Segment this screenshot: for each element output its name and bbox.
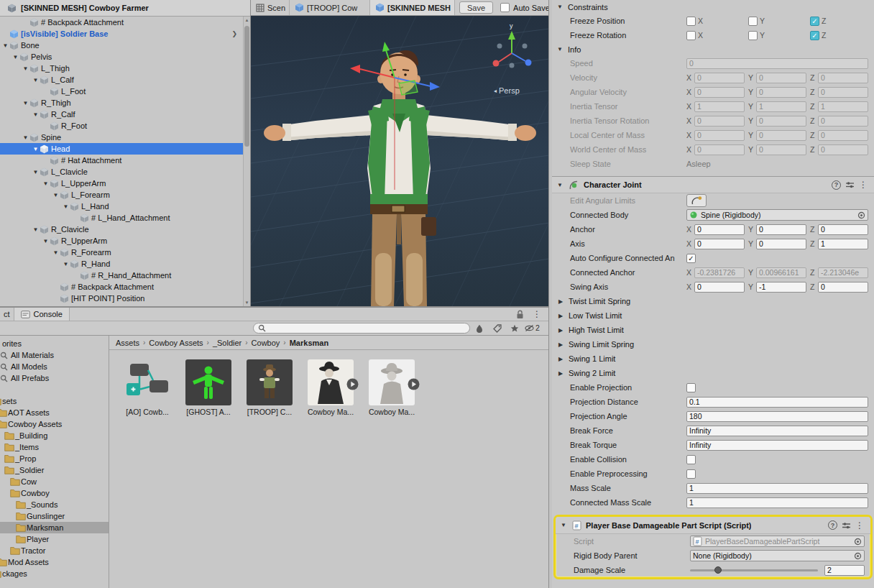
hierarchy-item-l-thigh[interactable]: ▼L_Thigh bbox=[0, 63, 243, 74]
slider-handle[interactable] bbox=[714, 566, 722, 574]
hierarchy-item-r-calf[interactable]: ▼R_Calf bbox=[0, 109, 243, 120]
value-field[interactable]: -1 bbox=[756, 282, 806, 293]
foldout-twist-limit-spring[interactable]: ▶Twist Limit Spring bbox=[552, 294, 874, 308]
hierarchy-scrollbar[interactable]: ▲ ▼ bbox=[243, 17, 250, 306]
foldout-icon[interactable]: ▼ bbox=[32, 77, 40, 83]
breadcrumb-item[interactable]: Cowboy Assets bbox=[149, 339, 203, 347]
foldout-icon[interactable]: ▼ bbox=[62, 261, 70, 267]
breadcrumb-item[interactable]: Assets bbox=[116, 339, 139, 347]
folder-item-items[interactable]: _Items bbox=[0, 441, 109, 453]
asset-item-4[interactable]: Cowboy Ma... bbox=[367, 359, 417, 416]
rigid-body-parent-object-field[interactable]: None (Rigidbody) bbox=[690, 550, 865, 561]
hierarchy-item-r-upperarm[interactable]: ▼R_UpperArm bbox=[0, 235, 243, 247]
edit-angular-limits-button[interactable] bbox=[686, 194, 707, 207]
search-input[interactable] bbox=[269, 324, 465, 333]
foldout-icon[interactable]: ▼ bbox=[32, 146, 40, 152]
folder-item-gunslinger[interactable]: Gunslinger bbox=[0, 510, 109, 522]
help-icon[interactable]: ? bbox=[832, 180, 841, 190]
favorites-icon[interactable] bbox=[510, 324, 519, 333]
value-field[interactable]: 0 bbox=[694, 282, 745, 293]
foldout-icon[interactable]: ▼ bbox=[22, 100, 29, 106]
freeze-y-checkbox[interactable] bbox=[748, 17, 758, 26]
presets-icon[interactable] bbox=[845, 180, 855, 189]
damage-scale-slider[interactable] bbox=[690, 569, 818, 571]
value-field[interactable]: Infinity bbox=[686, 426, 868, 436]
hierarchy-item-l-forearm[interactable]: ▼L_Forearm bbox=[0, 189, 243, 201]
breadcrumb-item[interactable]: _Soldier bbox=[213, 339, 242, 347]
foldout-icon[interactable]: ▼ bbox=[52, 192, 60, 198]
hierarchy-item-r-foot[interactable]: R_Foot bbox=[0, 120, 243, 132]
hierarchy-item-pelvis[interactable]: ▼Pelvis bbox=[0, 51, 243, 63]
hierarchy-item-l-hand-attachment[interactable]: # L_Hand_Attachment bbox=[0, 212, 243, 224]
asset-item-1[interactable]: [GHOST] A... bbox=[183, 359, 234, 416]
value-field[interactable]: 0 bbox=[694, 239, 745, 249]
kebab-menu-icon[interactable]: ⋮ bbox=[859, 180, 868, 190]
hierarchy-item-head[interactable]: ▼Head bbox=[0, 143, 243, 155]
hierarchy-item-hit-point-position[interactable]: [HIT POINT] Position bbox=[0, 293, 243, 304]
foldout-icon[interactable]: ▼ bbox=[22, 65, 29, 72]
asset-item-0[interactable]: [AO] Cowb... bbox=[122, 359, 172, 416]
breadcrumb-item[interactable]: Marksman bbox=[290, 339, 328, 347]
folder-item-ckages[interactable]: ckages bbox=[0, 568, 109, 579]
foldout-icon[interactable]: ▼ bbox=[52, 249, 60, 256]
hierarchy-item-backpack-attachment[interactable]: # Backpack Attachment bbox=[0, 17, 243, 28]
help-icon[interactable]: ? bbox=[828, 520, 837, 530]
hierarchy-item-r-hand[interactable]: ▼R_Hand bbox=[0, 258, 243, 270]
scroll-up-icon[interactable]: ▲ bbox=[244, 18, 250, 22]
foldout-icon[interactable]: ▼ bbox=[1, 42, 9, 49]
script-component-header[interactable]: ▼ # Player Base Damageable Part Script (… bbox=[556, 517, 870, 534]
folder-item-cow[interactable]: Cow bbox=[0, 476, 109, 487]
folder-item-mod-assets[interactable]: Mod Assets bbox=[0, 556, 109, 568]
hierarchy-item-isvisible-soldier-base[interactable]: [isVisible] Soldier Base❯ bbox=[0, 28, 243, 40]
preview-play-button[interactable] bbox=[408, 378, 420, 390]
foldout-low-twist-limit[interactable]: ▶Low Twist Limit bbox=[552, 308, 874, 323]
enable-projection-checkbox[interactable] bbox=[686, 383, 696, 392]
value-field[interactable]: 1 bbox=[686, 497, 868, 508]
foldout-icon[interactable]: ▼ bbox=[32, 169, 40, 175]
search-field[interactable] bbox=[253, 323, 470, 334]
script-object-field[interactable]: #PlayerBaseDamageablePartScript bbox=[690, 536, 865, 547]
folder-item-prop[interactable]: _Prop bbox=[0, 453, 109, 464]
lock-icon[interactable] bbox=[516, 310, 524, 319]
hidden-objects-toggle[interactable]: 2 bbox=[525, 323, 540, 332]
tab-console[interactable]: Console bbox=[14, 308, 70, 321]
hierarchy-item-l-foot[interactable]: L_Foot bbox=[0, 86, 243, 97]
save-button[interactable]: Save bbox=[459, 1, 493, 14]
hierarchy-item-r-forearm[interactable]: ▼R_Forearm bbox=[0, 247, 243, 258]
preview-play-button[interactable] bbox=[346, 378, 359, 390]
folder-item-sounds[interactable]: _Sounds bbox=[0, 499, 109, 510]
folder-item-sets[interactable]: sets bbox=[0, 395, 109, 407]
label-icon[interactable] bbox=[493, 324, 502, 333]
folder-item-orites[interactable]: orites bbox=[0, 338, 109, 349]
asset-item-2[interactable]: [TROOP] C... bbox=[244, 359, 295, 416]
value-field[interactable]: 1 bbox=[686, 483, 868, 494]
hierarchy-item-r-thigh[interactable]: ▼R_Thigh bbox=[0, 97, 243, 109]
filter-icon[interactable] bbox=[476, 324, 483, 333]
freeze-x-checkbox[interactable] bbox=[686, 17, 696, 26]
value-field[interactable]: 1 bbox=[818, 239, 868, 249]
tab-skinned-mesh-prefab[interactable]: [SKINNED MESH bbox=[370, 0, 455, 15]
folder-item-all-models[interactable]: All Models bbox=[0, 361, 109, 372]
hierarchy-item-hat-attachment[interactable]: # Hat Attachment bbox=[0, 155, 243, 166]
enable-collision-checkbox[interactable] bbox=[686, 455, 696, 464]
connected-body-object-field[interactable]: Spine (Rigidbody) bbox=[686, 209, 868, 221]
foldout-icon[interactable]: ▼ bbox=[32, 111, 40, 118]
foldout-icon[interactable]: ▼ bbox=[62, 203, 70, 210]
object-picker-icon[interactable] bbox=[854, 538, 862, 546]
value-field[interactable]: 0.1 bbox=[686, 397, 868, 408]
hierarchy-item-spine[interactable]: ▼Spine bbox=[0, 132, 243, 143]
tab-scene[interactable]: Scen bbox=[251, 0, 290, 15]
folder-item-all-prefabs[interactable]: All Prefabs bbox=[0, 372, 109, 384]
auto-configure-connected-an-checkbox[interactable]: ✓ bbox=[686, 254, 696, 263]
foldout-icon[interactable]: ▼ bbox=[12, 54, 19, 60]
value-field[interactable]: 2 bbox=[824, 565, 865, 576]
folder-item-player[interactable]: Player bbox=[0, 533, 109, 545]
value-field[interactable]: 0 bbox=[756, 224, 806, 235]
foldout-high-twist-limit[interactable]: ▶High Twist Limit bbox=[552, 323, 874, 337]
freeze-z-checkbox[interactable]: ✓ bbox=[810, 17, 819, 26]
object-picker-icon[interactable] bbox=[854, 552, 862, 560]
tab-troop-cow-prefab[interactable]: [TROOP] Cow bbox=[290, 0, 370, 15]
info-foldout[interactable]: ▼ Info bbox=[552, 42, 874, 56]
character-joint-header[interactable]: ▼ Character Joint ? ⋮ bbox=[552, 176, 874, 193]
foldout-swing-1-limit[interactable]: ▶Swing 1 Limit bbox=[552, 352, 874, 366]
